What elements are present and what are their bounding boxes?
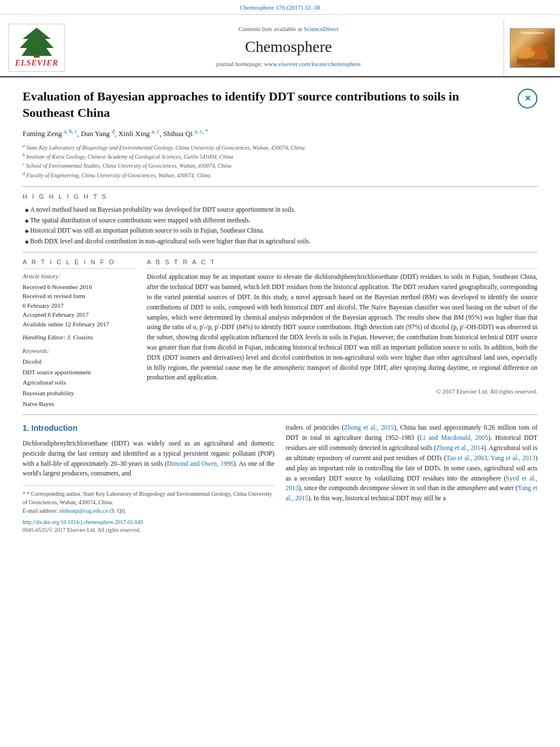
ref-zhong2014[interactable]: Zhong et al., 2014 [436, 444, 484, 451]
abstract-label: A B S T R A C T [147, 258, 537, 269]
keyword-3: Agricultural soils [23, 377, 135, 388]
svg-point-5 [531, 45, 548, 54]
ref-zhong2015[interactable]: Zhong et al., 2015 [344, 424, 394, 431]
article-info-divider [23, 252, 537, 252]
introduction-section: 1. Introduction Dichlorodiphenyltrichlor… [23, 423, 537, 534]
abstract-text: Dicofol application may be an important … [147, 272, 537, 383]
affiliations: a State Key Laboratory of Biogeology and… [23, 143, 537, 180]
affiliation-b: b Institute of Karst Geology, Chinese Ac… [23, 152, 537, 161]
keywords-list: Dicofol DDT source apportionment Agricul… [23, 356, 135, 409]
email-link[interactable]: shihuaqi@cug.edu.cn [59, 508, 108, 514]
article-info-label: A R T I C L E I N F O [23, 258, 135, 269]
homepage-url[interactable]: www.elsevier.com/locate/chemosphere [264, 60, 361, 67]
journal-info-center: Contents lists available at ScienceDirec… [73, 19, 504, 76]
journal-homepage: journal homepage: www.elsevier.com/locat… [216, 60, 361, 68]
journal-name: Chemosphere [245, 36, 332, 58]
highlight-item-2: The spatial distribution of source contr… [25, 215, 537, 225]
ref-dimond[interactable]: Dimond and Owen, 1996 [167, 460, 234, 467]
corresponding-text: * Corresponding author. State Key Labora… [23, 491, 272, 505]
keyword-5: Naïve Bayes [23, 399, 135, 409]
email-name: (S. Qi). [110, 508, 126, 514]
journal-citation: Chemosphere 176 (2017) 32–38 [240, 4, 320, 11]
corresponding-footnote: * * Corresponding author. State Key Labo… [23, 490, 274, 506]
sciencedirect-prefix: Contents lists available at [238, 25, 302, 32]
cover-title: Chemosphere [511, 30, 553, 36]
keywords-section: Keywords: Dicofol DDT source apportionme… [23, 347, 135, 409]
doi-link[interactable]: http://dx.doi.org/10.1016/j.chemosphere.… [23, 519, 143, 525]
journal-cover-area: Chemosphere [504, 19, 560, 76]
article-history: Article history: Received 6 November 201… [23, 272, 135, 329]
page: Chemosphere 176 (2017) 32–38 ELSEVIER Co… [0, 0, 560, 747]
intro-title: Introduction [32, 423, 78, 433]
highlights-label: H I G H L I G H T S [23, 193, 537, 201]
svg-marker-1 [20, 28, 54, 56]
date-revised-label: Received in revised form [23, 291, 135, 301]
email-footnote: E-mail address: shihuaqi@cug.edu.cn (S. … [23, 506, 274, 515]
intro-right-column: traders of pesticides (Zhong et al., 201… [286, 423, 537, 534]
elsevier-brand-text: ELSEVIER [15, 58, 58, 69]
ref-yang2015[interactable]: Yang et al., 2015 [286, 484, 537, 501]
affiliation-a: a State Key Laboratory of Biogeology and… [23, 143, 537, 152]
keyword-4: Bayesian probability [23, 388, 135, 399]
elsevier-tree-icon [17, 27, 56, 58]
authors-line: Faming Zeng a, b, c, Dan Yang d, Xinli X… [23, 128, 537, 139]
star-marker: * [23, 491, 27, 497]
date-revised: 6 February 2017 [23, 301, 135, 311]
history-dates: Received 6 November 2016 Received in rev… [23, 282, 135, 329]
ref-syed[interactable]: Syed et al., 2013 [286, 475, 537, 492]
journal-citation-bar: Chemosphere 176 (2017) 32–38 [0, 0, 560, 15]
abstract-column: A B S T R A C T Dicofol application may … [147, 258, 537, 409]
date-received: Received 6 November 2016 [23, 282, 135, 292]
cover-illustration [511, 37, 554, 67]
journal-cover-image: Chemosphere [510, 28, 555, 68]
main-content: Evaluation of Bayesian approaches to ide… [0, 77, 560, 541]
history-title: Article history: [23, 272, 135, 281]
journal-header: ELSEVIER Contents lists available at Sci… [0, 15, 560, 77]
date-online: Available online 12 February 2017 [23, 320, 135, 329]
homepage-label: journal homepage: [216, 60, 262, 67]
affiliation-d: d Faculty of Engineering, China Universi… [23, 171, 537, 180]
copyright-line: © 2017 Elsevier Ltd. All rights reserved… [147, 387, 537, 396]
affiliation-c: c School of Environmental Studies, China… [23, 161, 537, 170]
keyword-1: Dicofol [23, 356, 135, 367]
email-label: E-mail address: [23, 508, 58, 514]
highlight-item-1: A novel method based on Bayesian probabi… [25, 204, 537, 215]
crossmark-badge [518, 89, 537, 108]
ref-li-macdonald[interactable]: Li and Macdonald, 2005 [419, 434, 488, 441]
handling-editor: Handling Editor: J. Cousins [23, 333, 135, 342]
highlight-item-3: Historical DDT was still an important po… [25, 225, 537, 235]
sciencedirect-link[interactable]: ScienceDirect [304, 25, 339, 32]
keywords-title: Keywords: [23, 347, 135, 355]
elsevier-logo-area: ELSEVIER [0, 19, 73, 76]
intro-right-text: traders of pesticides (Zhong et al., 201… [286, 423, 537, 504]
keyword-2: DDT source apportionment [23, 367, 135, 378]
highlights-divider [23, 186, 537, 187]
article-title: Evaluation of Bayesian approaches to ide… [23, 89, 512, 121]
doi-line: http://dx.doi.org/10.1016/j.chemosphere.… [23, 518, 274, 526]
date-accepted: Accepted 8 February 2017 [23, 310, 135, 320]
elsevier-logo: ELSEVIER [8, 24, 65, 72]
issn-line: 0045-6535/© 2017 Elsevier Ltd. All right… [23, 526, 274, 534]
article-info-column: A R T I C L E I N F O Article history: R… [23, 258, 135, 409]
svg-rect-6 [517, 59, 548, 64]
intro-divider [23, 414, 537, 415]
footnote-section: * * Corresponding author. State Key Labo… [23, 486, 274, 534]
intro-heading: 1. Introduction [23, 423, 274, 434]
sciencedirect-line: Contents lists available at ScienceDirec… [238, 25, 338, 33]
ref-tao-yang[interactable]: Tao et al., 2003; Yang et al., 2013 [446, 455, 535, 461]
highlight-item-4: Both DDX level and dicofol contribution … [25, 236, 537, 246]
intro-left-text: Dichlorodiphenyltrichloroethane (DDT) wa… [23, 439, 274, 479]
intro-left-column: 1. Introduction Dichlorodiphenyltrichlor… [23, 423, 274, 534]
highlights-list: A novel method based on Bayesian probabi… [23, 204, 537, 246]
article-title-section: Evaluation of Bayesian approaches to ide… [23, 84, 537, 121]
article-info-abstract-section: A R T I C L E I N F O Article history: R… [23, 258, 537, 409]
handling-editor-text: Handling Editor: J. Cousins [23, 334, 93, 340]
intro-number: 1. [23, 423, 29, 433]
